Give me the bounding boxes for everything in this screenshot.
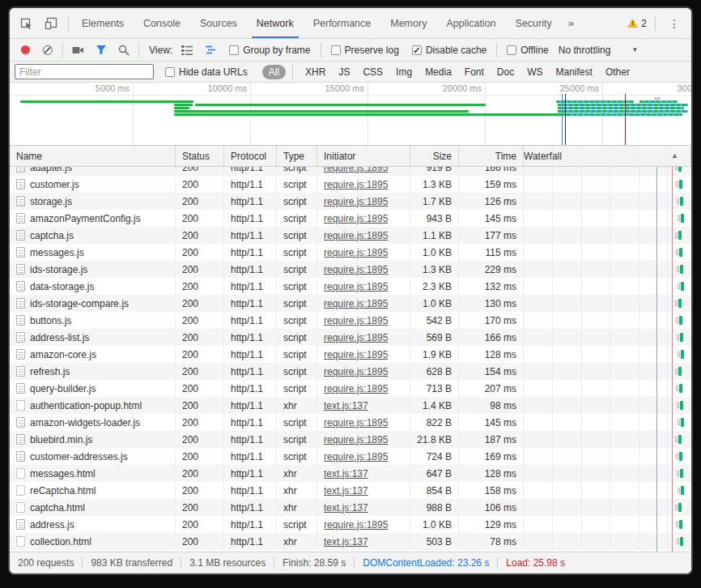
initiator-link[interactable]: require.js:1895 [324, 298, 388, 309]
initiator-link[interactable]: require.js:1895 [324, 519, 388, 530]
network-request-row[interactable]: captcha.html200http/1.1xhrtext.js:137988… [10, 499, 691, 516]
tab-security[interactable]: Security [506, 8, 562, 38]
network-request-row[interactable]: query-builder.js200http/1.1scriptrequire… [10, 380, 691, 397]
column-header-size[interactable]: Size [410, 146, 459, 166]
initiator-link[interactable]: text.js:137 [324, 468, 368, 479]
tab-console[interactable]: Console [134, 8, 190, 38]
initiator-link[interactable]: text.js:137 [324, 400, 368, 411]
initiator-link[interactable]: require.js:1895 [324, 281, 388, 292]
tab-performance[interactable]: Performance [304, 8, 381, 38]
initiator-link[interactable]: require.js:1895 [324, 315, 388, 326]
waterfall-download-bar [678, 231, 682, 240]
initiator-link[interactable]: require.js:1895 [324, 196, 388, 207]
domcontentloaded-line [562, 94, 563, 145]
filter-funnel-icon[interactable] [96, 45, 107, 55]
group-by-frame-checkbox[interactable]: Group by frame [229, 45, 310, 56]
type-filter-manifest[interactable]: Manifest [550, 65, 598, 79]
cell-type: script [277, 261, 317, 278]
column-header-type[interactable]: Type [277, 146, 317, 166]
network-request-row[interactable]: captcha.js200http/1.1scriptrequire.js:18… [10, 227, 691, 244]
column-header-protocol[interactable]: Protocol [224, 146, 277, 166]
type-filter-other[interactable]: Other [600, 65, 635, 79]
console-warning-badge[interactable]: 2 [627, 18, 647, 29]
disable-cache-checkbox[interactable]: Disable cache [412, 45, 486, 56]
network-request-row[interactable]: ids-storage-compare.js200http/1.1scriptr… [10, 295, 691, 312]
type-filter-media[interactable]: Media [419, 65, 457, 79]
clear-requests-icon[interactable] [43, 45, 53, 55]
type-filter-js[interactable]: JS [333, 65, 355, 79]
type-filter-css[interactable]: CSS [357, 65, 389, 79]
initiator-link[interactable]: require.js:1895 [324, 366, 388, 377]
capture-screenshots-icon[interactable] [72, 45, 84, 55]
cell-name: amazon-core.js [10, 346, 176, 363]
initiator-link[interactable]: require.js:1895 [324, 451, 388, 462]
network-overview-timeline[interactable]: 5000 ms10000 ms15000 ms20000 ms25000 ms3… [10, 83, 691, 146]
devtools-menu-icon[interactable]: ⋮ [664, 17, 685, 30]
initiator-link[interactable]: require.js:1895 [324, 417, 388, 428]
column-header-status[interactable]: Status [176, 146, 224, 166]
type-filter-ws[interactable]: WS [521, 65, 548, 79]
hide-data-urls-checkbox[interactable]: Hide data URLs [165, 66, 248, 78]
initiator-link[interactable]: text.js:137 [324, 502, 368, 513]
column-header-initiator[interactable]: Initiator [317, 146, 410, 166]
tab-network[interactable]: Network [247, 8, 304, 38]
initiator-link[interactable]: require.js:1895 [324, 383, 388, 394]
script-file-icon [16, 366, 25, 377]
network-request-row[interactable]: customer.js200http/1.1scriptrequire.js:1… [10, 176, 691, 193]
network-request-row[interactable]: messages.html200http/1.1xhrtext.js:13764… [10, 465, 691, 482]
initiator-link[interactable]: require.js:1895 [324, 179, 388, 190]
type-filter-xhr[interactable]: XHR [300, 65, 331, 79]
network-request-row[interactable]: buttons.js200http/1.1scriptrequire.js:18… [10, 312, 691, 329]
inspect-element-icon[interactable] [18, 15, 36, 32]
network-request-row[interactable]: authentication-popup.html200http/1.1xhrt… [10, 397, 691, 414]
column-header-waterfall[interactable]: Waterfall [524, 146, 691, 166]
network-request-row[interactable]: messages.js200http/1.1scriptrequire.js:1… [10, 244, 691, 261]
filter-input[interactable] [15, 64, 154, 79]
sort-ascending-icon[interactable]: ▲ [671, 151, 678, 160]
throttling-dropdown[interactable]: No throttling ▼ [559, 45, 639, 56]
tab-application[interactable]: Application [436, 8, 505, 38]
network-request-row[interactable]: refresh.js200http/1.1scriptrequire.js:18… [10, 363, 691, 380]
large-rows-view-icon[interactable] [181, 45, 193, 55]
network-request-row[interactable]: address-list.js200http/1.1scriptrequire.… [10, 329, 691, 346]
type-filter-img[interactable]: Img [390, 65, 418, 79]
initiator-link[interactable]: require.js:1895 [324, 349, 388, 360]
tab-sources[interactable]: Sources [190, 8, 247, 38]
offline-checkbox[interactable]: Offline [507, 45, 548, 56]
tab-memory[interactable]: Memory [380, 8, 436, 38]
initiator-link[interactable]: require.js:1895 [324, 213, 388, 224]
network-request-row[interactable]: ids-storage.js200http/1.1scriptrequire.j… [10, 261, 691, 278]
initiator-link[interactable]: require.js:1895 [324, 230, 388, 241]
type-filter-doc[interactable]: Doc [491, 65, 520, 79]
initiator-link[interactable]: require.js:1895 [324, 434, 388, 445]
network-request-row[interactable]: amazon-core.js200http/1.1scriptrequire.j… [10, 346, 691, 363]
network-request-row[interactable]: address.js200http/1.1scriptrequire.js:18… [10, 516, 691, 533]
network-request-row[interactable]: amazon-widgets-loader.js200http/1.1scrip… [10, 414, 691, 431]
initiator-link[interactable]: text.js:137 [324, 485, 368, 496]
search-icon[interactable] [118, 45, 130, 56]
type-filter-font[interactable]: Font [459, 65, 490, 79]
initiator-link[interactable]: require.js:1895 [324, 247, 388, 258]
initiator-link[interactable]: require.js:1895 [324, 332, 388, 343]
preserve-log-checkbox[interactable]: Preserve log [331, 45, 399, 56]
network-request-row[interactable]: amazonPaymentConfig.js200http/1.1scriptr… [10, 210, 691, 227]
network-request-row[interactable]: data-storage.js200http/1.1scriptrequire.… [10, 278, 691, 295]
network-request-row[interactable]: storage.js200http/1.1scriptrequire.js:18… [10, 193, 691, 210]
network-request-row[interactable]: reCaptcha.html200http/1.1xhrtext.js:1378… [10, 482, 691, 499]
column-header-name[interactable]: Name [10, 146, 176, 166]
type-filter-all[interactable]: All [262, 65, 286, 79]
more-tabs-icon[interactable]: » [562, 17, 580, 29]
cell-status: 200 [176, 516, 224, 533]
network-request-row[interactable]: adapter.js200http/1.1scriptrequire.js:18… [10, 167, 691, 176]
record-button[interactable] [21, 45, 30, 54]
initiator-link[interactable]: require.js:1895 [324, 264, 388, 275]
network-request-row[interactable]: customer-addresses.js200http/1.1scriptre… [10, 448, 691, 465]
device-toolbar-icon[interactable] [42, 15, 60, 32]
initiator-link[interactable]: require.js:1895 [324, 167, 388, 173]
network-request-row[interactable]: bluebird.min.js200http/1.1scriptrequire.… [10, 431, 691, 448]
tab-elements[interactable]: Elements [72, 8, 134, 38]
column-header-time[interactable]: Time [459, 146, 524, 166]
show-overview-icon[interactable] [205, 45, 217, 55]
network-request-row[interactable]: collection.html200http/1.1xhrtext.js:137… [10, 533, 691, 550]
initiator-link[interactable]: text.js:137 [324, 536, 368, 548]
